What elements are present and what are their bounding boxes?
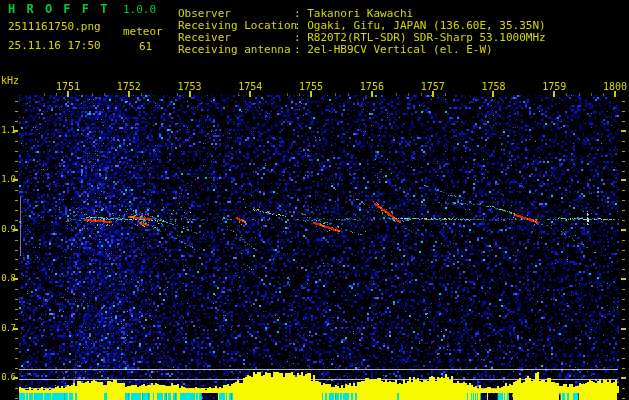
- time-tick-label-1800: 1800: [599, 81, 629, 92]
- observation-mode-label: meteor: [123, 26, 163, 38]
- freq-tick-label-0.8: 0.8: [0, 273, 15, 283]
- freq-tick-label-0.6: 0.6: [0, 372, 15, 382]
- info-separator: :: [294, 43, 307, 56]
- freq-axis-unit-label: kHz: [1, 75, 19, 86]
- freq-tick-label-1.1: 1.1: [0, 125, 15, 135]
- echo-count: 61: [139, 41, 152, 53]
- spectrogram-canvas: [0, 0, 629, 400]
- freq-tick-label-1.0: 1.0: [0, 174, 15, 184]
- hrofft-window: H R O F F T 1.0.0 2511161750.png meteor …: [0, 0, 629, 400]
- info-label: Receiving antenna: [178, 43, 294, 56]
- time-tick-label-1752: 1752: [113, 81, 145, 92]
- time-tick-label-1756: 1756: [356, 81, 388, 92]
- info-row-antenna: Receiving antenna: 2el-HB9CV Vertical (e…: [178, 43, 493, 56]
- time-tick-label-1759: 1759: [538, 81, 570, 92]
- time-tick-label-1754: 1754: [234, 81, 266, 92]
- time-tick-label-1758: 1758: [477, 81, 509, 92]
- time-tick-label-1751: 1751: [52, 81, 84, 92]
- time-tick-label-1753: 1753: [174, 81, 206, 92]
- info-value: 2el-HB9CV Vertical (el. E-W): [307, 43, 492, 56]
- observation-timestamp: 25.11.16 17:50: [8, 40, 101, 52]
- time-tick-label-1757: 1757: [417, 81, 449, 92]
- freq-tick-label-0.7: 0.7: [0, 323, 15, 333]
- app-version: 1.0.0: [123, 4, 156, 16]
- output-file-name: 2511161750.png: [8, 21, 101, 33]
- freq-tick-label-0.9: 0.9: [0, 224, 15, 234]
- time-tick-label-1755: 1755: [295, 81, 327, 92]
- app-title: H R O F F T: [8, 3, 109, 16]
